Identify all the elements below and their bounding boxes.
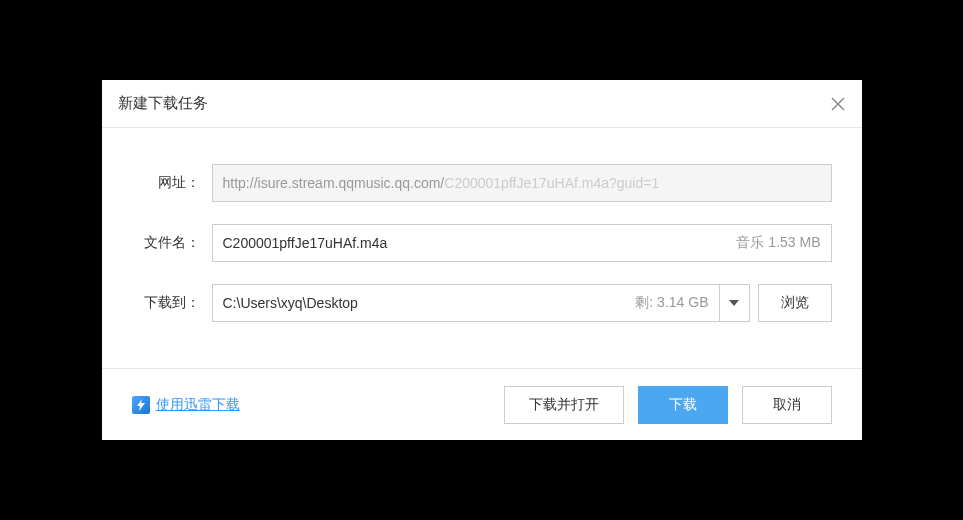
dialog-body: 网址： http://isure.stream.qqmusic.qq.com/C… [102, 128, 862, 368]
filename-row: 文件名： C200001pffJe17uHAf.m4a 音乐 1.53 MB [132, 224, 832, 262]
filename-input[interactable]: C200001pffJe17uHAf.m4a 音乐 1.53 MB [212, 224, 832, 262]
saveto-label: 下载到： [132, 294, 212, 312]
url-base: http://isure.stream.qqmusic.qq.com/ [223, 175, 445, 191]
free-space: 剩: 3.14 GB [627, 294, 708, 312]
download-and-open-button[interactable]: 下载并打开 [504, 386, 624, 424]
dialog-title: 新建下载任务 [118, 94, 208, 113]
url-path: C200001pffJe17uHAf.m4a?guid=1 [444, 175, 659, 191]
svg-marker-3 [137, 399, 145, 411]
url-row: 网址： http://isure.stream.qqmusic.qq.com/C… [132, 164, 832, 202]
chevron-down-icon [729, 300, 739, 306]
thunder-icon [132, 396, 150, 414]
file-type-label: 音乐 [736, 234, 764, 250]
titlebar: 新建下载任务 [102, 80, 862, 128]
saveto-input[interactable]: C:\Users\xyq\Desktop 剩: 3.14 GB [212, 284, 720, 322]
svg-marker-2 [729, 300, 739, 306]
filename-label: 文件名： [132, 234, 212, 252]
download-button[interactable]: 下载 [638, 386, 728, 424]
browse-button[interactable]: 浏览 [758, 284, 832, 322]
saveto-row: 下载到： C:\Users\xyq\Desktop 剩: 3.14 GB 浏览 [132, 284, 832, 322]
download-dialog: 新建下载任务 网址： http://isure.stream.qqmusic.q… [102, 80, 862, 440]
close-icon [830, 96, 846, 112]
saveto-dropdown[interactable] [720, 284, 750, 322]
url-input[interactable]: http://isure.stream.qqmusic.qq.com/C2000… [212, 164, 832, 202]
saveto-path: C:\Users\xyq\Desktop [223, 295, 628, 311]
file-size: 1.53 MB [768, 234, 820, 250]
close-button[interactable] [826, 92, 850, 116]
dialog-footer: 使用迅雷下载 下载并打开 下载 取消 [102, 368, 862, 440]
filename-value: C200001pffJe17uHAf.m4a [223, 235, 729, 251]
cancel-button[interactable]: 取消 [742, 386, 832, 424]
thunder-label: 使用迅雷下载 [156, 396, 240, 414]
url-label: 网址： [132, 174, 212, 192]
thunder-download-link[interactable]: 使用迅雷下载 [132, 396, 240, 414]
